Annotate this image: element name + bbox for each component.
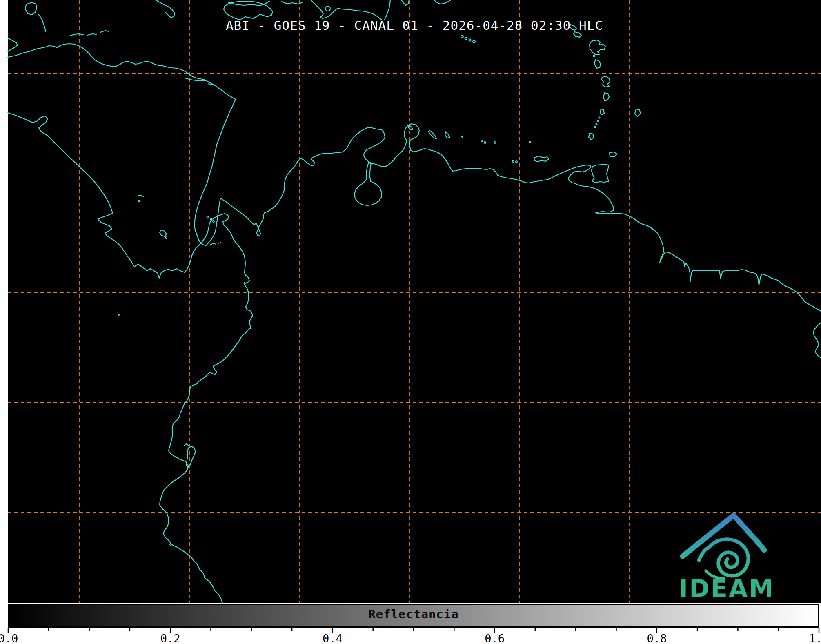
coastline-aruba: [408, 125, 413, 130]
coastline-barbados: [635, 109, 641, 116]
coastline-maracaibo-lake: [354, 163, 382, 205]
coastline-grenada: [589, 133, 594, 140]
coastline-trinidad: [592, 164, 609, 183]
coastline-guiana-coast-fragment: [813, 323, 821, 358]
island-dot: [599, 117, 600, 118]
colorbar-tick-label: 0.0: [0, 632, 18, 644]
island-dot: [593, 55, 595, 57]
island-dot: [469, 39, 471, 41]
coastline-bay-islands-1: [69, 34, 83, 36]
island-dot: [465, 38, 467, 40]
colorbar-ticks: [8, 628, 819, 633]
island-dot: [494, 142, 496, 143]
island-dot: [213, 221, 214, 222]
coastline-coiba: [160, 230, 167, 236]
colorbar-label: Reflectancia: [8, 607, 819, 621]
satellite-figure: ABI - GOES 19 - CANAL 01 - 2026-04-28 02…: [0, 0, 821, 644]
island-dot: [484, 142, 486, 143]
island-dot: [512, 160, 514, 162]
coastline-guadeloupe: [590, 40, 605, 55]
coastline-cuba-south-fragment-1: [156, 0, 175, 18]
coastline-curacao: [429, 130, 436, 139]
coastline-caribbean-mainland-coast: [8, 44, 821, 311]
coastline-st-vincent: [600, 109, 604, 115]
coastline-st-lucia: [603, 93, 609, 101]
island-dot: [118, 314, 120, 316]
coastline-bonaire: [445, 132, 450, 138]
island-dot: [473, 40, 475, 43]
coastline-puerto-rico-fragment: [434, 0, 451, 4]
colorbar-tick-label: 0.8: [647, 632, 667, 644]
coastline-margarita: [534, 156, 549, 162]
coastline-pacific-mainland-coast: [8, 113, 253, 603]
image-title: ABI - GOES 19 - CANAL 01 - 2026-04-28 02…: [8, 18, 821, 33]
island-dot: [529, 141, 531, 143]
coastline-tobago: [610, 152, 617, 157]
island-dot: [596, 124, 597, 125]
coastline-dominica: [595, 60, 601, 68]
island-dot: [594, 127, 596, 128]
coastline-hispaniola-south-coast: [311, 0, 390, 20]
island-dot: [165, 237, 167, 238]
coastline-arenal-sliver: [137, 195, 143, 196]
coastline-cozumel-island: [26, 2, 37, 15]
island-dot: [325, 6, 330, 11]
coastline-bocas-sliver-1: [210, 243, 216, 245]
island-dot: [598, 120, 599, 122]
coastline-gulf-honduras-bight: [8, 38, 18, 51]
colorbar-tick-label: 0.2: [160, 632, 180, 644]
coastline-bay-islands-2: [87, 34, 96, 35]
colorbar-tick-label: 1.0: [809, 632, 821, 644]
island-dot: [461, 35, 463, 38]
coastline-bocas-sliver-2: [218, 243, 221, 243]
island-dot: [207, 216, 209, 218]
island-dot: [516, 161, 517, 163]
coastline-guayaquil-hook: [184, 444, 188, 446]
map-svg: [0, 0, 821, 603]
coastline-beata-fragment: [401, 0, 409, 5]
colorbar-tick-label: 0.6: [485, 632, 505, 644]
island-dot: [210, 218, 212, 220]
coastline-martinique: [601, 76, 610, 87]
colorbar-tick-label: 0.4: [323, 632, 343, 644]
graticule-gridlines: [8, 0, 821, 603]
island-dot: [481, 140, 483, 142]
island-dot: [138, 201, 140, 202]
colorbar-axis: 0.00.20.40.60.81.0: [0, 628, 821, 644]
colorbar-tick-labels: 0.00.20.40.60.81.0: [0, 632, 821, 644]
island-dot: [461, 136, 463, 138]
